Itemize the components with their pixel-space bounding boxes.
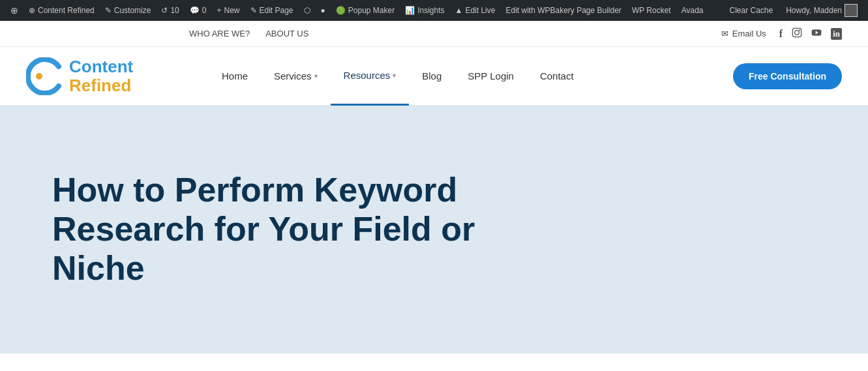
site-icon: ⊕ (29, 6, 35, 15)
hero-title: How to Perform Keyword Research for Your… (52, 171, 509, 288)
avatar (845, 4, 858, 17)
nav-contact[interactable]: Contact (527, 47, 587, 106)
popup-maker-icon: 🟢 (336, 6, 346, 15)
svg-point-2 (799, 29, 800, 31)
hero-section: How to Perform Keyword Research for Your… (0, 106, 868, 353)
admin-bar-updates[interactable]: ↺ 10 (156, 0, 184, 21)
admin-bar-popup-maker[interactable]: 🟢 Popup Maker (331, 0, 400, 21)
admin-bar-edit-page[interactable]: ✎ Edit Page (245, 0, 299, 21)
customize-icon: ✎ (105, 6, 112, 15)
admin-bar-howdy[interactable]: Howdy, Madden (781, 0, 863, 21)
hex-icon: ⬡ (304, 6, 310, 15)
admin-bar-clear-cache[interactable]: Clear Cache (724, 0, 778, 21)
admin-bar-customize[interactable]: ✎ Customize (100, 0, 157, 21)
nav-home[interactable]: Home (209, 47, 261, 106)
logo-content-word: Content (69, 57, 133, 76)
admin-bar-hex[interactable]: ⬡ (299, 0, 316, 21)
logo-refined-word: Refined (69, 76, 133, 95)
logo-text: Content Refined (69, 57, 133, 95)
admin-bar-edit-live[interactable]: ▲ Edit Live (450, 0, 501, 21)
site-name-label: Content Refined (38, 6, 95, 15)
who-are-we-link[interactable]: WHO ARE WE? (189, 29, 250, 38)
admin-bar-dot[interactable]: ● (316, 0, 331, 21)
svg-rect-0 (792, 28, 801, 37)
resources-chevron-icon: ▾ (393, 72, 396, 79)
logo-icon (26, 57, 64, 95)
top-bar-right: ✉ Email Us f in (721, 27, 842, 40)
svg-point-5 (36, 73, 42, 80)
logo[interactable]: Content Refined (26, 57, 183, 95)
insights-icon: 📊 (405, 6, 415, 15)
new-icon: + (217, 6, 221, 15)
admin-bar-right: Clear Cache Howdy, Madden (724, 0, 863, 21)
admin-bar-wp-rocket[interactable]: WP Rocket (627, 0, 676, 21)
free-consultation-button[interactable]: Free Consultation (733, 63, 842, 89)
top-bar: WHO ARE WE? ABOUT US ✉ Email Us f in (0, 21, 868, 47)
edit-live-icon: ▲ (455, 6, 463, 15)
social-icons: f in (779, 27, 842, 40)
main-nav: Content Refined Home Services ▾ Resource… (0, 47, 868, 106)
admin-bar-avada[interactable]: Avada (676, 0, 709, 21)
nav-spp-login[interactable]: SPP Login (455, 47, 527, 106)
admin-bar: ⊕ ⊕ Content Refined ✎ Customize ↺ 10 💬 0… (0, 0, 868, 21)
updates-icon: ↺ (161, 6, 168, 15)
facebook-icon[interactable]: f (779, 28, 783, 40)
admin-bar-wp-icon[interactable]: ⊕ (5, 0, 23, 21)
admin-bar-comments[interactable]: 💬 0 (185, 0, 212, 21)
services-chevron-icon: ▾ (314, 72, 318, 80)
email-us-label: Email Us (732, 29, 766, 38)
admin-bar-wpbakery[interactable]: Edit with WPBakery Page Builder (500, 0, 626, 21)
about-us-link[interactable]: ABOUT US (265, 29, 308, 38)
admin-bar-new[interactable]: + New (211, 0, 245, 21)
wp-icon: ⊕ (10, 5, 18, 16)
edit-icon: ✎ (250, 6, 257, 15)
instagram-icon[interactable] (792, 27, 802, 40)
admin-bar-site-name[interactable]: ⊕ Content Refined (23, 0, 100, 21)
main-nav-links: Home Services ▾ Resources ▾ Blog SPP Log… (209, 47, 733, 106)
top-bar-links: WHO ARE WE? ABOUT US (189, 29, 308, 38)
nav-resources[interactable]: Resources ▾ (331, 47, 410, 106)
svg-point-1 (795, 30, 800, 35)
dot-icon: ● (321, 6, 325, 15)
email-icon: ✉ (721, 29, 728, 38)
comments-icon: 💬 (190, 6, 200, 15)
admin-bar-insights[interactable]: 📊 Insights (400, 0, 449, 21)
email-us-link[interactable]: ✉ Email Us (721, 29, 766, 38)
nav-blog[interactable]: Blog (409, 47, 455, 106)
nav-services[interactable]: Services ▾ (261, 47, 331, 106)
linkedin-icon[interactable]: in (831, 28, 842, 40)
youtube-icon[interactable] (811, 27, 822, 40)
